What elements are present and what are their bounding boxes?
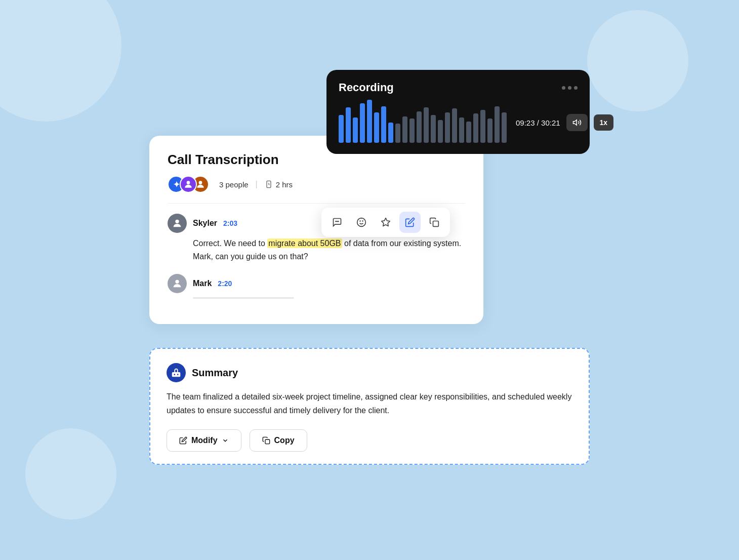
duration-info: 2 hrs [265,180,293,189]
waveform-bar [473,113,478,143]
modify-label: Modify [191,436,218,445]
svg-marker-0 [573,120,577,126]
svg-point-2 [199,181,202,184]
waveform-bar [353,117,358,143]
waveform-bar [381,106,386,143]
summary-card: Summary The team finalized a detailed si… [149,348,590,465]
recording-dots [562,86,578,90]
avatar-person-1 [180,176,197,193]
svg-point-1 [187,181,190,184]
waveform-bar [495,106,500,143]
transcript-text-skyler: Correct. We need to migrate about 50GB o… [168,237,465,263]
highlighted-text: migrate about 50GB [267,238,342,248]
waveform-bar [466,122,471,143]
waveform-bar [459,117,464,143]
volume-button[interactable] [566,114,588,131]
waveform-bar [438,120,443,143]
skyler-avatar-icon [172,218,183,229]
svg-marker-12 [382,218,390,226]
waveform-bar [452,108,457,143]
transcript-entry-mark: Mark 2:20 [168,274,465,299]
volume-icon [572,118,582,127]
bg-decoration-2 [587,10,688,111]
toolbar-reaction-button[interactable] [351,212,372,233]
waveform-bar [424,107,429,143]
speaker-time-mark: 2:20 [218,279,232,288]
time-display: 09:23 / 30:21 [516,118,560,127]
svg-point-15 [174,374,175,376]
recording-controls: 09:23 / 30:21 1x [516,114,613,131]
comment-icon [332,217,342,227]
participants-info: 3 people | 2 hrs [219,180,293,189]
summary-header: Summary [167,363,572,382]
summary-icon [167,363,186,382]
mark-avatar-icon [172,278,183,289]
waveform-bar [346,107,351,143]
avatar-group: ✦ [168,176,204,193]
copy-icon [262,436,270,445]
toolbar-popup [321,208,450,237]
tag-icon [381,217,391,227]
speaker-name-skyler: Skyler [193,219,217,228]
waveform-bar [360,103,365,143]
speaker-name-mark: Mark [193,279,212,288]
bg-decoration-1 [0,0,121,122]
toolbar-comment-button[interactable] [326,212,348,233]
chevron-down-icon [222,437,229,444]
waveform-bar [502,112,507,143]
waveform-bar [374,112,379,143]
toolbar-edit-button[interactable] [399,212,421,233]
speed-label: 1x [600,118,608,127]
copy-format-icon [429,217,439,227]
avatar-skyler [168,214,187,233]
svg-point-4 [175,220,179,223]
dot-2 [568,86,571,90]
waveform-bar [367,100,372,143]
text-before: Correct. We need to [193,239,267,248]
speaker-time-skyler: 2:03 [223,219,237,227]
dot-1 [562,86,565,90]
avatar-mark [168,274,187,293]
toolbar-copy-format-button[interactable] [424,212,445,233]
waveform-bar [339,115,344,143]
participants-count: 3 people [219,180,249,189]
waveform-bar [409,118,415,143]
waveform-bar [480,110,485,143]
waveform-bar [395,124,400,143]
separator: | [256,180,258,189]
recording-title: Recording [339,81,394,94]
svg-rect-17 [265,439,270,444]
modify-icon [179,436,187,445]
recording-header: Recording [339,81,578,94]
dot-3 [574,86,578,90]
person-icon-2 [195,179,206,189]
svg-rect-14 [172,372,181,377]
summary-text: The team finalized a detailed six-week p… [167,390,572,417]
waveform-bar [445,112,450,143]
main-container: Recording 09:23 / 30:21 1x [149,70,590,450]
svg-point-16 [177,374,179,376]
modify-button[interactable]: Modify [167,429,241,452]
waveform-bar [388,123,393,143]
waveform-bar [417,111,422,143]
summary-title: Summary [192,367,238,379]
summary-actions: Modify Copy [167,429,572,452]
speed-button[interactable]: 1x [594,114,614,131]
waveform-bar [402,116,407,143]
participants-row: ✦ 3 people | 2 hrs [168,176,465,204]
copy-label: Copy [274,436,295,445]
waveform [339,102,507,143]
mark-text-placeholder [193,297,294,299]
recording-widget: Recording 09:23 / 30:21 1x [326,70,590,154]
timer-icon [265,180,273,188]
reaction-icon [356,217,366,227]
svg-rect-13 [433,221,439,227]
waveform-bar [431,115,436,143]
svg-point-5 [175,280,179,284]
duration-text: 2 hrs [276,180,293,189]
speaker-row-mark: Mark 2:20 [168,274,465,293]
recording-waveform-row: 09:23 / 30:21 1x [339,102,578,143]
transcription-title: Call Transcription [168,152,465,168]
copy-button[interactable]: Copy [250,429,307,452]
toolbar-tag-button[interactable] [375,212,396,233]
